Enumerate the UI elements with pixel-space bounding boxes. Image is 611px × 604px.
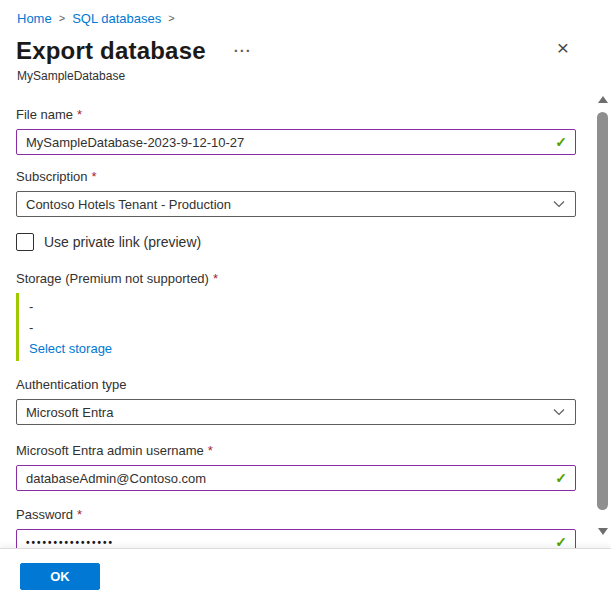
admin-username-field: Microsoft Entra admin username* ✓ bbox=[16, 443, 576, 491]
close-icon: × bbox=[557, 36, 569, 59]
auth-type-label: Authentication type bbox=[16, 377, 576, 393]
chevron-down-icon bbox=[552, 197, 566, 211]
context-menu-button[interactable]: ··· bbox=[232, 44, 254, 58]
auth-type-field: Authentication type Microsoft Entra bbox=[16, 377, 576, 425]
chevron-down-icon bbox=[552, 405, 566, 419]
private-link-row: Use private link (preview) bbox=[16, 233, 576, 251]
required-asterisk: * bbox=[92, 169, 97, 184]
form-content: File name* ✓ Subscription* Contoso Hotel… bbox=[0, 107, 611, 555]
breadcrumb-separator-icon: > bbox=[59, 12, 65, 24]
auth-type-select[interactable]: Microsoft Entra bbox=[16, 399, 576, 425]
storage-label: Storage (Premium not supported)* bbox=[16, 271, 576, 287]
field-label-text: Microsoft Entra admin username bbox=[16, 443, 204, 458]
ok-button[interactable]: OK bbox=[20, 563, 100, 590]
file-name-label: File name* bbox=[16, 107, 576, 123]
ellipsis-icon: ··· bbox=[234, 42, 252, 59]
storage-summary: - - Select storage bbox=[16, 293, 576, 361]
field-label-text: Password bbox=[16, 507, 73, 522]
close-button[interactable]: × bbox=[555, 38, 571, 58]
page-title: Export database bbox=[16, 37, 206, 65]
file-name-input[interactable] bbox=[16, 129, 576, 155]
field-label-text: Storage (Premium not supported) bbox=[16, 271, 209, 286]
password-label: Password* bbox=[16, 507, 576, 523]
scroll-up-button[interactable] bbox=[594, 92, 611, 106]
private-link-checkbox[interactable] bbox=[16, 233, 34, 251]
subscription-field: Subscription* Contoso Hotels Tenant - Pr… bbox=[16, 169, 576, 217]
field-label-text: Authentication type bbox=[16, 377, 127, 392]
blade-header: Export database ··· × bbox=[16, 36, 595, 66]
required-asterisk: * bbox=[208, 443, 213, 458]
required-asterisk: * bbox=[77, 507, 82, 522]
private-link-label: Use private link (preview) bbox=[44, 234, 201, 250]
breadcrumb-link-sql-databases[interactable]: SQL databases bbox=[72, 11, 161, 26]
subscription-label: Subscription* bbox=[16, 169, 576, 185]
blade-subtitle: MySampleDatabase bbox=[17, 69, 595, 83]
admin-username-label: Microsoft Entra admin username* bbox=[16, 443, 576, 459]
breadcrumb-separator-icon: > bbox=[168, 12, 174, 24]
required-asterisk: * bbox=[77, 107, 82, 122]
storage-line: - bbox=[29, 317, 576, 338]
scroll-down-button[interactable] bbox=[594, 524, 611, 538]
file-name-field: File name* ✓ bbox=[16, 107, 576, 155]
subscription-select[interactable]: Contoso Hotels Tenant - Production bbox=[16, 191, 576, 217]
scrollbar[interactable] bbox=[594, 92, 611, 538]
field-label-text: Subscription bbox=[16, 169, 88, 184]
storage-field: Storage (Premium not supported)* - - Sel… bbox=[16, 271, 576, 361]
storage-line: - bbox=[29, 296, 576, 317]
scroll-down-icon bbox=[598, 528, 608, 535]
select-storage-link[interactable]: Select storage bbox=[29, 338, 112, 359]
breadcrumb: Home>SQL databases> bbox=[0, 0, 611, 27]
breadcrumb-link-home[interactable]: Home bbox=[17, 11, 52, 26]
scrollbar-thumb[interactable] bbox=[597, 112, 608, 510]
field-label-text: File name bbox=[16, 107, 73, 122]
required-asterisk: * bbox=[213, 271, 218, 286]
auth-type-select-value: Microsoft Entra bbox=[26, 405, 552, 420]
admin-username-input[interactable] bbox=[16, 465, 576, 491]
subscription-select-value: Contoso Hotels Tenant - Production bbox=[26, 197, 552, 212]
blade-footer: OK bbox=[0, 548, 611, 604]
scroll-up-icon bbox=[598, 96, 608, 103]
